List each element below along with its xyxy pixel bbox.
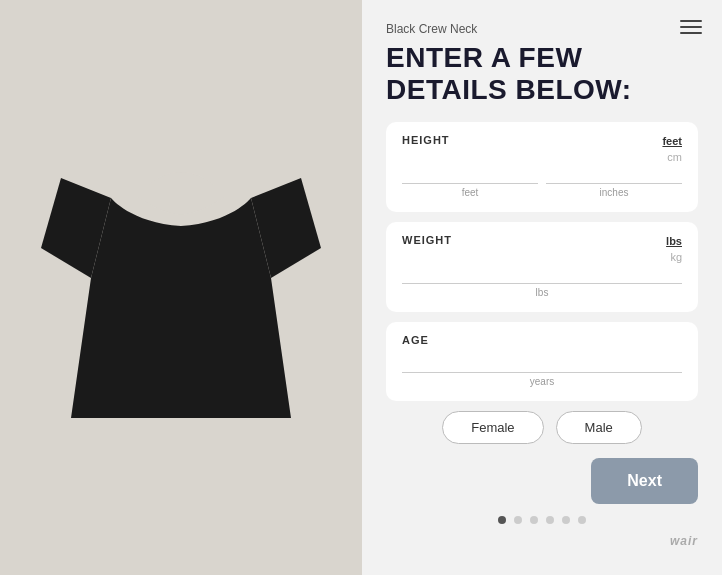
height-card: HEIGHT feet cm feet inches xyxy=(386,122,698,212)
form-panel: Black Crew Neck ENTER A FEW DETAILS BELO… xyxy=(362,0,722,575)
menu-button[interactable] xyxy=(676,16,706,38)
weight-unit-toggle[interactable]: lbs kg xyxy=(666,234,682,265)
weight-label: WEIGHT xyxy=(402,234,452,246)
next-button[interactable]: Next xyxy=(591,458,698,504)
menu-icon-line1 xyxy=(680,20,702,22)
pagination-dots xyxy=(386,516,698,524)
weight-unit-kg[interactable]: kg xyxy=(670,250,682,265)
dot-2[interactable] xyxy=(514,516,522,524)
height-feet-input[interactable] xyxy=(402,165,538,184)
age-years-group: years xyxy=(402,354,682,387)
product-image-panel xyxy=(0,0,362,575)
age-years-input[interactable] xyxy=(402,354,682,373)
weight-unit-lbs[interactable]: lbs xyxy=(666,234,682,249)
height-inches-sublabel: inches xyxy=(600,187,629,198)
age-label: AGE xyxy=(402,334,682,346)
menu-icon-line2 xyxy=(680,26,702,28)
weight-lbs-input[interactable] xyxy=(402,265,682,284)
male-button[interactable]: Male xyxy=(556,411,642,444)
height-feet-sublabel: feet xyxy=(462,187,479,198)
dot-4[interactable] xyxy=(546,516,554,524)
dot-1[interactable] xyxy=(498,516,506,524)
watermark: wair xyxy=(386,534,698,548)
height-feet-group: feet xyxy=(402,165,538,198)
product-subtitle: Black Crew Neck xyxy=(386,22,698,36)
dot-6[interactable] xyxy=(578,516,586,524)
gender-row: Female Male xyxy=(386,411,698,444)
tshirt-image xyxy=(41,118,321,458)
weight-lbs-sublabel: lbs xyxy=(536,287,549,298)
age-card: AGE years xyxy=(386,322,698,401)
dot-3[interactable] xyxy=(530,516,538,524)
age-years-sublabel: years xyxy=(530,376,554,387)
next-button-row: Next xyxy=(386,458,698,504)
height-label: HEIGHT xyxy=(402,134,450,146)
dot-5[interactable] xyxy=(562,516,570,524)
height-inches-group: inches xyxy=(546,165,682,198)
height-unit-cm[interactable]: cm xyxy=(667,150,682,165)
weight-card: WEIGHT lbs kg lbs xyxy=(386,222,698,312)
page-title: ENTER A FEW DETAILS BELOW: xyxy=(386,42,698,106)
female-button[interactable]: Female xyxy=(442,411,543,444)
height-inches-input[interactable] xyxy=(546,165,682,184)
menu-icon-line3 xyxy=(680,32,702,34)
height-unit-feet[interactable]: feet xyxy=(662,134,682,149)
weight-lbs-group: lbs xyxy=(402,265,682,298)
height-unit-toggle[interactable]: feet cm xyxy=(662,134,682,165)
